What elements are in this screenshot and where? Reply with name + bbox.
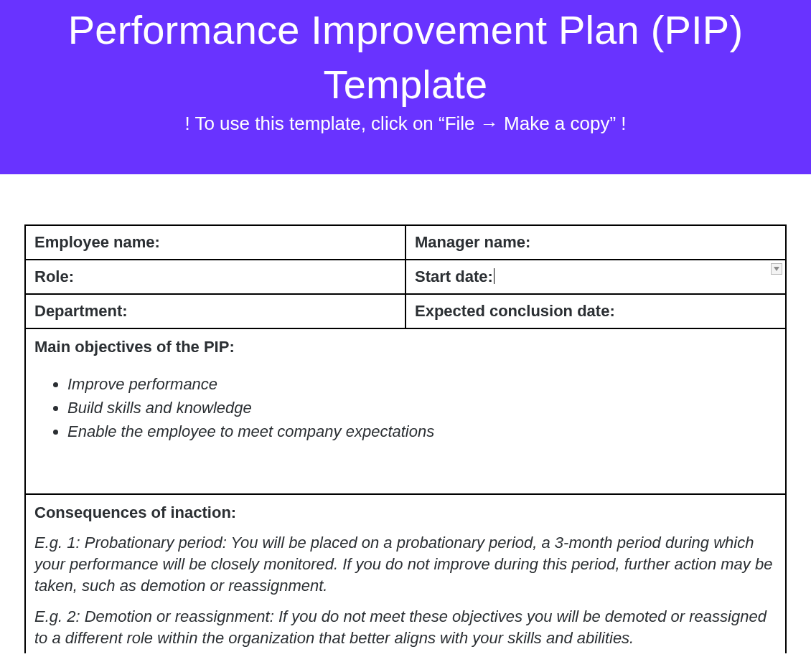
- objectives-list: Improve performance Build skills and kno…: [67, 372, 777, 443]
- objective-item: Enable the employee to meet company expe…: [67, 420, 777, 443]
- consequences-heading: Consequences of inaction:: [34, 503, 777, 522]
- manager-name-cell[interactable]: Manager name:: [406, 225, 786, 260]
- document-body: Employee name: Manager name: Role: Start…: [0, 174, 811, 653]
- start-date-label: Start date:: [415, 268, 493, 285]
- objective-item: Improve performance: [67, 372, 777, 396]
- consequences-cell[interactable]: Consequences of inaction: E.g. 1: Probat…: [25, 494, 786, 653]
- consequence-example: E.g. 1: Probationary period: You will be…: [34, 532, 777, 596]
- role-cell[interactable]: Role:: [25, 260, 406, 294]
- document-banner: Performance Improvement Plan (PIP) Templ…: [0, 0, 811, 174]
- objective-item: Build skills and knowledge: [67, 396, 777, 420]
- dropdown-icon[interactable]: [771, 263, 782, 275]
- department-cell[interactable]: Department:: [25, 294, 406, 328]
- pip-info-table: Employee name: Manager name: Role: Start…: [24, 224, 787, 653]
- consequence-example: E.g. 2: Demotion or reassignment: If you…: [34, 606, 777, 648]
- objectives-heading: Main objectives of the PIP:: [34, 338, 777, 356]
- role-label: Role:: [34, 268, 74, 285]
- objectives-cell[interactable]: Main objectives of the PIP: Improve perf…: [25, 328, 786, 494]
- text-cursor: [494, 268, 494, 284]
- svg-marker-0: [774, 267, 779, 271]
- document-title: Performance Improvement Plan (PIP) Templ…: [22, 3, 789, 111]
- department-label: Department:: [34, 302, 128, 320]
- start-date-cell[interactable]: Start date:: [406, 260, 786, 294]
- employee-name-cell[interactable]: Employee name:: [25, 225, 406, 260]
- template-usage-hint: ! To use this template, click on “File →…: [22, 113, 789, 135]
- employee-name-label: Employee name:: [34, 233, 160, 251]
- expected-conclusion-cell[interactable]: Expected conclusion date:: [406, 294, 786, 328]
- manager-name-label: Manager name:: [415, 233, 530, 251]
- expected-conclusion-label: Expected conclusion date:: [415, 302, 615, 320]
